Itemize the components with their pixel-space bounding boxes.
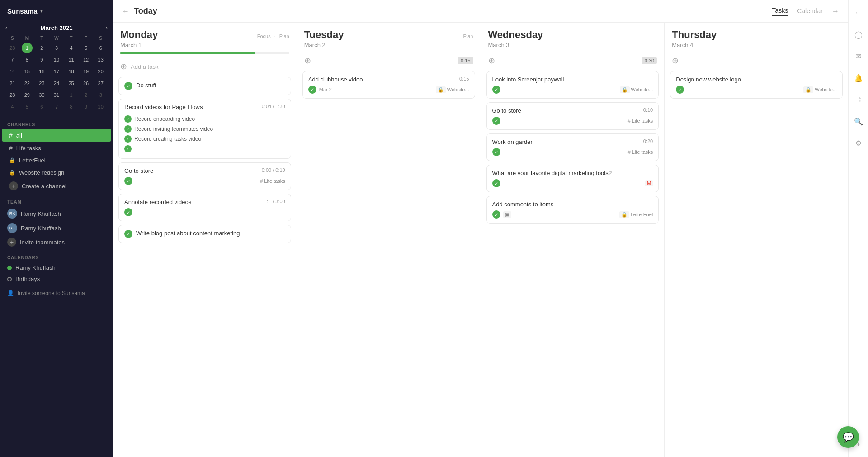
calendar-day[interactable]: 19 bbox=[80, 66, 91, 77]
calendar-day[interactable]: 22 bbox=[22, 78, 33, 89]
task-check-marketing[interactable]: ✓ bbox=[492, 179, 500, 187]
calendar-day[interactable]: 6 bbox=[36, 101, 47, 112]
chat-button[interactable]: 💬 bbox=[837, 426, 859, 448]
task-card-blog-post[interactable]: ✓ Write blog post about content marketin… bbox=[118, 225, 291, 243]
tab-tasks[interactable]: Tasks bbox=[772, 7, 788, 16]
moon-icon[interactable]: ☽ bbox=[851, 92, 866, 107]
calendar-day[interactable]: 1 bbox=[22, 43, 33, 53]
add-task-row-monday[interactable]: ⊕ Add a task bbox=[118, 58, 291, 75]
calendar-day[interactable]: 27 bbox=[95, 78, 106, 89]
calendar-day[interactable]: 25 bbox=[66, 78, 77, 89]
task-card-go-to-store-mon[interactable]: Go to store 0:00 / 0:10 ✓ # Life tasks bbox=[118, 162, 291, 190]
calendar-day[interactable]: 18 bbox=[66, 66, 77, 77]
task-card-do-stuff[interactable]: ✓ Do stuff bbox=[118, 77, 291, 95]
day-body-wednesday[interactable]: ⊕ 0:30 Look into Screenjar paywall ✓ 🔒 W… bbox=[481, 52, 665, 457]
calendar-day[interactable]: 23 bbox=[36, 78, 47, 89]
calendar-day[interactable]: 2 bbox=[80, 90, 91, 100]
focus-link[interactable]: Focus bbox=[257, 33, 271, 39]
app-header[interactable]: Sunsama ▾ bbox=[0, 0, 113, 20]
task-check-design-logo[interactable]: ✓ bbox=[676, 86, 684, 94]
calendar-day[interactable]: 13 bbox=[95, 54, 106, 65]
calendar-day[interactable]: 1 bbox=[66, 90, 77, 100]
task-card-go-to-store-wed[interactable]: Go to store 0:10 ✓ # Life tasks bbox=[486, 102, 659, 130]
calendar-day[interactable]: 21 bbox=[7, 78, 18, 89]
tab-calendar[interactable]: Calendar bbox=[797, 7, 823, 15]
sidebar-item-all[interactable]: # all bbox=[2, 129, 111, 142]
task-card-annotate-videos[interactable]: Annotate recorded videos --:-- / 3:00 ✓ bbox=[118, 194, 291, 221]
calendar-day[interactable]: 26 bbox=[80, 78, 91, 89]
calendar-day[interactable]: 10 bbox=[51, 54, 62, 65]
task-card-garden[interactable]: Work on garden 0:20 ✓ # Life tasks bbox=[486, 133, 659, 161]
task-check-go-to-store-wed[interactable]: ✓ bbox=[492, 117, 500, 125]
task-check-comments[interactable]: ✓ bbox=[492, 210, 500, 219]
sidebar-item-website-redesign[interactable]: 🔒 Website redesign bbox=[2, 167, 111, 179]
task-check-go-to-store[interactable]: ✓ bbox=[124, 177, 132, 185]
calendar-day[interactable]: 2 bbox=[36, 43, 47, 53]
prev-month-button[interactable]: ‹ bbox=[5, 24, 8, 31]
plan-link[interactable]: Plan bbox=[463, 33, 473, 39]
collapse-button[interactable]: → bbox=[832, 7, 839, 15]
day-body-thursday[interactable]: ⊕ Design new website logo ✓ 🔒 Website... bbox=[665, 52, 848, 457]
task-card-screenjar[interactable]: Look into Screenjar paywall ✓ 🔒 Website.… bbox=[486, 71, 659, 99]
calendar-day[interactable]: 28 bbox=[7, 43, 18, 53]
task-card-record-videos[interactable]: Record videos for Page Flows 0:04 / 1:30… bbox=[118, 99, 291, 159]
sidebar-item-letterfuel[interactable]: 🔒 LetterFuel bbox=[2, 154, 111, 167]
calendar-day[interactable]: 4 bbox=[7, 101, 18, 112]
team-member-2[interactable]: RK Ramy Khuffash bbox=[0, 221, 113, 235]
task-check-garden[interactable]: ✓ bbox=[492, 148, 500, 156]
calendar-day[interactable]: 4 bbox=[66, 43, 77, 53]
day-body-monday[interactable]: ⊕ Add a task ✓ Do stuff Record videos bbox=[113, 58, 297, 457]
search-icon[interactable]: 🔍 bbox=[851, 114, 866, 129]
calendar-day[interactable]: 8 bbox=[66, 101, 77, 112]
task-check-annotate[interactable]: ✓ bbox=[124, 208, 132, 216]
sidebar-item-life-tasks[interactable]: # Life tasks bbox=[2, 142, 111, 154]
calendar-day[interactable]: 16 bbox=[36, 66, 47, 77]
task-card-marketing-tools[interactable]: What are your favorite digital marketing… bbox=[486, 165, 659, 192]
back-button[interactable]: ← bbox=[122, 7, 129, 15]
add-task-row-thursday[interactable]: ⊕ bbox=[670, 52, 843, 69]
calendar-day[interactable]: 10 bbox=[95, 101, 106, 112]
calendar-day[interactable]: 30 bbox=[36, 90, 47, 100]
calendar-day[interactable]: 7 bbox=[51, 101, 62, 112]
settings-icon[interactable]: ⚙ bbox=[851, 136, 866, 150]
calendar-item-birthdays[interactable]: Birthdays bbox=[0, 273, 113, 285]
calendar-day[interactable]: 17 bbox=[51, 66, 62, 77]
next-month-button[interactable]: › bbox=[105, 24, 108, 31]
calendar-day[interactable]: 28 bbox=[7, 90, 18, 100]
task-card-clubhouse[interactable]: Add clubhouse video 0:15 ✓ Mar 2 🔒 Websi… bbox=[302, 71, 475, 99]
circle-icon[interactable]: ◯ bbox=[851, 27, 866, 42]
mail-icon[interactable]: ✉ bbox=[851, 49, 866, 63]
calendar-day[interactable]: 5 bbox=[80, 43, 91, 53]
calendar-item-ramy[interactable]: Ramy Khuffash bbox=[0, 262, 113, 273]
task-check-screenjar[interactable]: ✓ bbox=[492, 86, 500, 94]
calendar-day[interactable]: 7 bbox=[7, 54, 18, 65]
calendar-day[interactable]: 9 bbox=[36, 54, 47, 65]
task-card-design-logo[interactable]: Design new website logo ✓ 🔒 Website... bbox=[670, 71, 843, 99]
calendar-day[interactable]: 9 bbox=[80, 101, 91, 112]
calendar-day[interactable]: 6 bbox=[95, 43, 106, 53]
calendar-day[interactable]: 20 bbox=[95, 66, 106, 77]
calendar-day[interactable]: 3 bbox=[95, 90, 106, 100]
plan-link[interactable]: Plan bbox=[279, 33, 289, 39]
create-channel-button[interactable]: + Create a channel bbox=[2, 179, 111, 193]
task-check-do-stuff[interactable]: ✓ bbox=[124, 82, 132, 90]
calendar-day[interactable]: 24 bbox=[51, 78, 62, 89]
task-check-clubhouse[interactable]: ✓ bbox=[308, 86, 316, 94]
invite-sunsama-link[interactable]: 👤 Invite someone to Sunsama bbox=[0, 286, 113, 300]
calendar-day[interactable]: 5 bbox=[22, 101, 33, 112]
arrow-left-icon[interactable]: ← bbox=[851, 5, 866, 20]
calendar-day[interactable]: 29 bbox=[22, 90, 33, 100]
add-task-row-tuesday[interactable]: ⊕ 0:15 bbox=[302, 52, 475, 69]
team-member-1[interactable]: RK Ramy Khuffash bbox=[0, 206, 113, 221]
calendar-day[interactable]: 12 bbox=[80, 54, 91, 65]
calendar-day[interactable]: 3 bbox=[51, 43, 62, 53]
calendar-day[interactable]: 11 bbox=[66, 54, 77, 65]
invite-teammates-button[interactable]: + Invite teammates bbox=[0, 235, 113, 249]
bell-icon[interactable]: 🔔 bbox=[851, 71, 866, 85]
calendar-day[interactable]: 14 bbox=[7, 66, 18, 77]
calendar-day[interactable]: 31 bbox=[51, 90, 62, 100]
day-body-tuesday[interactable]: ⊕ 0:15 Add clubhouse video 0:15 ✓ Mar 2 bbox=[297, 52, 481, 457]
task-card-add-comments[interactable]: Add comments to items ✓ ▣ 🔒 LetterFuel bbox=[486, 196, 659, 224]
task-check-blog-post[interactable]: ✓ bbox=[124, 230, 132, 238]
calendar-day[interactable]: 8 bbox=[22, 54, 33, 65]
